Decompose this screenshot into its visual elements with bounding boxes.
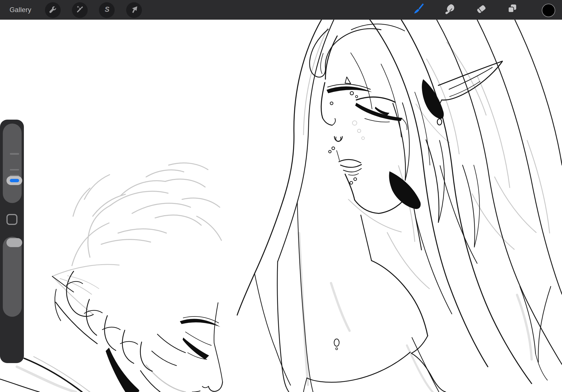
paintbrush-icon [412,3,425,16]
canvas-artwork [0,20,562,392]
smudge-finger-icon [443,3,456,16]
move-arrow-icon [130,5,138,15]
wrench-icon [49,5,57,15]
left-figure-ear-sketch [52,265,119,314]
gallery-button[interactable]: Gallery [10,0,31,20]
color-swatch-button[interactable] [542,4,555,17]
transform-button[interactable] [126,2,142,18]
right-figure-ink [237,20,562,392]
drawing-canvas[interactable] [0,20,562,392]
svg-text:S: S [105,5,110,13]
s-ribbon-icon: S [103,5,111,15]
modify-button[interactable] [6,214,17,225]
sketch-layer [17,28,550,392]
brush-size-accent [10,179,19,182]
layers-button[interactable] [506,3,518,15]
top-toolbar: Gallery [0,0,562,20]
layers-icon [506,3,518,16]
actions-button[interactable] [45,2,61,18]
opacity-slider[interactable] [3,237,22,317]
slider-tick [10,169,19,170]
left-figure-hair-sketch [72,163,221,266]
brush-size-handle[interactable] [6,176,22,185]
erase-tool-button[interactable] [475,3,488,15]
procreate-screen: Gallery [0,0,562,392]
smudge-tool-button[interactable] [443,3,456,15]
opacity-handle[interactable] [6,238,22,247]
slider-tick [10,153,19,155]
selection-button[interactable]: S [99,2,115,18]
magic-wand-icon [76,5,84,15]
sidebar [0,120,24,363]
adjustments-button[interactable] [72,2,88,18]
brush-size-slider[interactable] [3,124,22,203]
paint-tool-button[interactable] [412,3,425,15]
eraser-icon [475,3,488,16]
